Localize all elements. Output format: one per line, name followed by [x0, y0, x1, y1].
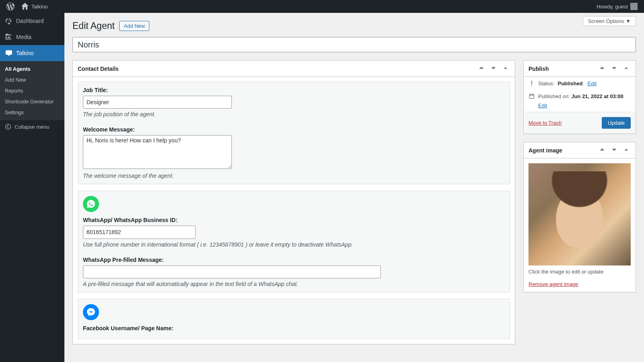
move-up-button[interactable] — [598, 64, 607, 74]
sidebar-item-talkino[interactable]: Talkino — [0, 45, 64, 61]
facebook-label: Facebook Username/ Page Name: — [83, 325, 505, 331]
sidebar-item-shortcode[interactable]: Shortcode Generator — [0, 96, 64, 107]
caret-up-icon — [623, 147, 629, 152]
move-down-button[interactable] — [489, 64, 498, 74]
status-value: Published — [557, 80, 582, 86]
job-title-label: Job Title: — [83, 87, 505, 93]
contact-details-box: Contact Details Job Title: The — [72, 60, 515, 344]
sidebar-item-media[interactable]: Media — [0, 29, 64, 45]
collapse-label: Collapse menu — [14, 124, 50, 130]
howdy-text: Howdy, guest — [597, 4, 628, 10]
welcome-label: Welcome Message: — [83, 126, 505, 133]
sidebar-item-dashboard[interactable]: Dashboard — [0, 13, 64, 29]
chevron-up-icon — [599, 147, 605, 152]
job-title-desc: The job position of the agent. — [83, 111, 505, 117]
whatsapp-pre-label: WhatsApp Pre-filled Message: — [83, 257, 505, 263]
page-title: Edit Agent — [72, 17, 115, 33]
job-title-input[interactable] — [83, 96, 232, 109]
talkino-submenu: All Agents Add New Reports Shortcode Gen… — [0, 61, 64, 120]
publish-heading: Publish — [528, 66, 549, 72]
chevron-down-icon — [491, 65, 496, 71]
contact-details-heading: Contact Details — [78, 66, 119, 72]
sidebar-label: Media — [16, 34, 31, 40]
move-down-button[interactable] — [610, 64, 619, 74]
published-row: Published on: Jun 21, 2022 at 03:00 Edit — [524, 90, 636, 112]
calendar-icon — [528, 93, 535, 99]
screen-options-button[interactable]: Screen Options ▼ — [583, 16, 636, 26]
sidebar-label: Dashboard — [16, 18, 44, 24]
whatsapp-pre-input[interactable] — [83, 265, 381, 278]
my-account[interactable]: Howdy, guest — [593, 0, 641, 13]
toggle-button[interactable] — [622, 145, 631, 155]
chevron-down-icon — [611, 65, 617, 71]
agent-image-box: Agent image Click the image to edit or u… — [523, 142, 636, 292]
caret-up-icon — [623, 65, 629, 71]
sidebar-label: Talkino — [16, 50, 34, 56]
wp-logo[interactable] — [3, 0, 18, 13]
status-row: Status: Published Edit — [524, 77, 636, 90]
publish-box: Publish Status: Published Edit — [523, 60, 636, 134]
toggle-button[interactable] — [501, 64, 510, 74]
pin-icon — [528, 80, 535, 86]
whatsapp-id-input[interactable] — [83, 226, 196, 239]
chat-icon — [5, 49, 13, 57]
whatsapp-id-desc: Use full phone number in international f… — [83, 241, 505, 248]
edit-status-link[interactable]: Edit — [588, 80, 597, 86]
published-label: Published on: — [538, 93, 570, 99]
move-to-trash-link[interactable]: Move to Trash — [528, 120, 561, 126]
site-name-text: Talkino — [31, 4, 47, 10]
chevron-down-icon — [611, 147, 617, 152]
whatsapp-icon — [83, 196, 99, 212]
collapse-icon — [5, 123, 11, 130]
move-down-button[interactable] — [610, 145, 619, 155]
whatsapp-id-label: WhatsApp/ WhatsApp Business ID: — [83, 217, 505, 223]
avatar-icon — [630, 3, 638, 10]
caret-up-icon — [503, 65, 508, 71]
dashboard-icon — [5, 17, 13, 25]
site-name-link[interactable]: Talkino — [18, 0, 51, 13]
media-icon — [5, 33, 13, 41]
published-value: Jun 21, 2022 at 03:00 — [571, 93, 623, 99]
wordpress-icon — [6, 2, 14, 10]
sidebar-item-reports[interactable]: Reports — [0, 85, 64, 96]
agent-image-desc: Click the image to edit or update — [528, 265, 631, 278]
chevron-up-icon — [479, 65, 484, 71]
agent-image-heading: Agent image — [528, 147, 562, 154]
add-new-button[interactable]: Add New — [119, 21, 149, 31]
collapse-menu[interactable]: Collapse menu — [0, 120, 64, 133]
agent-image-thumbnail[interactable] — [528, 163, 631, 265]
chevron-up-icon — [599, 65, 605, 71]
home-icon — [21, 2, 29, 10]
move-up-button[interactable] — [598, 145, 607, 155]
sidebar-item-all-agents[interactable]: All Agents — [0, 64, 64, 74]
welcome-desc: The welcome message of the agent. — [83, 173, 505, 179]
update-button[interactable]: Update — [602, 117, 631, 129]
messenger-icon — [83, 304, 99, 320]
whatsapp-pre-desc: A pre-filled message that will automatic… — [83, 281, 505, 287]
status-label: Status: — [538, 80, 554, 86]
svg-point-0 — [6, 124, 11, 130]
agent-title-input[interactable] — [72, 37, 636, 52]
sidebar-item-settings[interactable]: Settings — [0, 107, 64, 118]
welcome-textarea[interactable] — [83, 135, 232, 169]
toggle-button[interactable] — [622, 64, 631, 74]
edit-date-link[interactable]: Edit — [538, 103, 631, 109]
remove-agent-image-link[interactable]: Remove agent image — [528, 281, 578, 287]
sidebar-item-add-new[interactable]: Add New — [0, 74, 64, 85]
move-up-button[interactable] — [477, 64, 486, 74]
